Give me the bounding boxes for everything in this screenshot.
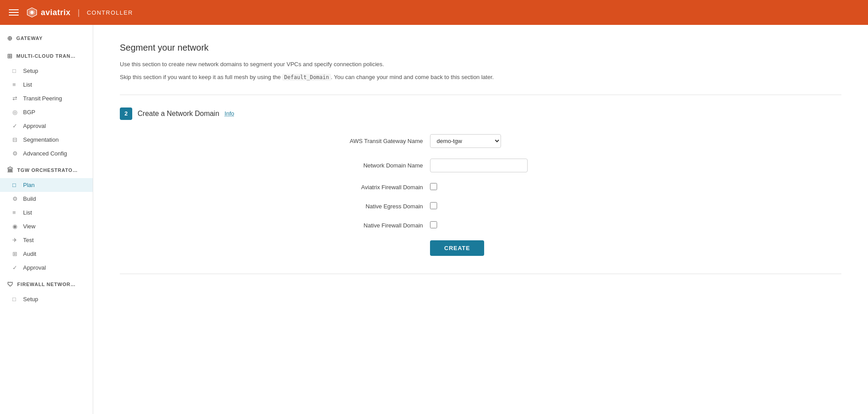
aws-tgw-row: AWS Transit Gateway Name demo-tgw	[325, 134, 636, 148]
sidebar-section-firewall: 🛡 Firewall Networ… □ Setup	[0, 276, 93, 306]
description-2: Skip this section if you want to keep it…	[120, 73, 841, 82]
svg-point-0	[31, 11, 34, 14]
sidebar-item-view-label: View	[23, 223, 36, 230]
tgw-list-icon: ≡	[12, 209, 20, 216]
step-title: Create a Network Domain	[138, 110, 219, 118]
app-header: aviatrix | Controller	[0, 0, 868, 25]
step-header: 2 Create a Network Domain Info	[120, 107, 841, 120]
build-icon: ⚙	[12, 195, 20, 202]
plan-icon: □	[12, 182, 20, 188]
sidebar-item-view[interactable]: ◉ View	[0, 219, 93, 233]
sidebar: ⊕ Gateway ⊞ Multi-Cloud Tran… □ Setup ≡ …	[0, 25, 93, 414]
description-2-prefix: Skip this section if you want to keep it…	[120, 74, 282, 80]
sidebar-section-gateway-header[interactable]: ⊕ Gateway	[0, 30, 93, 46]
approval-icon: ✓	[12, 123, 20, 129]
native-egress-row: Native Egress Domain	[325, 202, 636, 211]
test-icon: ✈	[12, 237, 20, 243]
native-firewall-row: Native Firewall Domain	[325, 221, 636, 230]
create-button[interactable]: CREATE	[430, 240, 484, 256]
sidebar-item-setup-label: Setup	[23, 68, 38, 74]
sidebar-item-approval-label: Approval	[23, 123, 46, 129]
gateway-icon: ⊕	[7, 35, 13, 42]
sidebar-item-fw-setup[interactable]: □ Setup	[0, 292, 93, 306]
sidebar-item-tgw-list[interactable]: ≡ List	[0, 206, 93, 219]
description-2-suffix: . You can change your mind and come back…	[331, 74, 494, 80]
audit-icon: ⊞	[12, 251, 20, 257]
native-firewall-checkbox[interactable]	[430, 221, 437, 228]
aviatrix-firewall-row: Aviatrix Firewall Domain	[325, 183, 636, 191]
multicloud-label: Multi-Cloud Tran…	[16, 53, 76, 59]
tgw-approval-icon: ✓	[12, 264, 20, 271]
sidebar-item-bgp[interactable]: ◎ BGP	[0, 105, 93, 119]
multicloud-icon: ⊞	[7, 52, 13, 60]
sidebar-section-firewall-header[interactable]: 🛡 Firewall Networ…	[0, 276, 93, 292]
sidebar-item-build-label: Build	[23, 195, 36, 202]
aws-tgw-control: demo-tgw	[430, 134, 636, 148]
network-domain-control	[430, 159, 636, 172]
sidebar-item-segmentation-label: Segmentation	[23, 136, 59, 143]
sidebar-item-audit[interactable]: ⊞ Audit	[0, 247, 93, 261]
network-domain-label: Network Domain Name	[325, 162, 423, 169]
advanced-config-icon: ⚙	[12, 150, 20, 157]
sidebar-item-test-label: Test	[23, 237, 34, 243]
header-divider: |	[78, 8, 80, 17]
fw-setup-icon: □	[12, 296, 20, 303]
gateway-label: Gateway	[16, 36, 43, 41]
sidebar-section-multicloud: ⊞ Multi-Cloud Tran… □ Setup ≡ List ⇄ Tra…	[0, 48, 93, 160]
aviatrix-firewall-label: Aviatrix Firewall Domain	[325, 184, 423, 191]
main-content: Segment your network Use this section to…	[93, 25, 868, 414]
sidebar-item-list[interactable]: ≡ List	[0, 78, 93, 92]
tgw-icon: 🏛	[7, 167, 14, 174]
logo-text: aviatrix	[41, 8, 71, 17]
sidebar-item-approval[interactable]: ✓ Approval	[0, 119, 93, 133]
view-icon: ◉	[12, 223, 20, 230]
sidebar-item-segmentation[interactable]: ⊟ Segmentation	[0, 133, 93, 147]
description-1: Use this section to create new network d…	[120, 60, 841, 69]
sidebar-item-plan[interactable]: □ Plan	[0, 178, 93, 192]
logo: aviatrix	[26, 6, 71, 19]
sidebar-section-tgw: 🏛 TGW Orchestrato… □ Plan ⚙ Build ≡ List…	[0, 162, 93, 275]
sidebar-item-list-label: List	[23, 81, 32, 88]
native-egress-checkbox[interactable]	[430, 202, 437, 209]
sidebar-section-tgw-header[interactable]: 🏛 TGW Orchestrato…	[0, 162, 93, 178]
sidebar-item-bgp-label: BGP	[23, 109, 35, 115]
sidebar-item-tgw-list-label: List	[23, 209, 32, 216]
sidebar-item-tgw-approval-label: Approval	[23, 264, 46, 271]
list-icon: ≡	[12, 81, 20, 88]
form-section: AWS Transit Gateway Name demo-tgw Networ…	[325, 134, 636, 256]
sidebar-item-fw-setup-label: Setup	[23, 296, 38, 303]
segmentation-icon: ⊟	[12, 136, 20, 143]
sidebar-item-advanced-config[interactable]: ⚙ Advanced Config	[0, 147, 93, 160]
tgw-label: TGW Orchestrato…	[17, 167, 78, 173]
native-egress-control	[430, 202, 636, 211]
bgp-icon: ◎	[12, 109, 20, 115]
menu-icon[interactable]	[7, 8, 20, 17]
native-firewall-control	[430, 221, 636, 230]
sidebar-section-multicloud-header[interactable]: ⊞ Multi-Cloud Tran…	[0, 48, 93, 64]
aviatrix-firewall-control	[430, 183, 636, 191]
create-button-row: CREATE	[325, 240, 636, 256]
firewall-label: Firewall Networ…	[17, 282, 76, 287]
sidebar-item-transit-peering[interactable]: ⇄ Transit Peering	[0, 92, 93, 105]
setup-icon: □	[12, 68, 20, 74]
network-domain-input[interactable]	[430, 159, 528, 172]
sidebar-item-advanced-config-label: Advanced Config	[23, 150, 67, 157]
sidebar-item-audit-label: Audit	[23, 251, 36, 257]
aviatrix-firewall-checkbox[interactable]	[430, 183, 437, 190]
sidebar-item-setup[interactable]: □ Setup	[0, 64, 93, 78]
default-domain-code: Default_Domain	[282, 74, 331, 81]
native-firewall-label: Native Firewall Domain	[325, 222, 423, 229]
step-info-link[interactable]: Info	[225, 110, 234, 117]
step-badge: 2	[120, 107, 132, 120]
firewall-icon: 🛡	[7, 281, 14, 288]
section-divider	[120, 95, 841, 95]
aws-tgw-select[interactable]: demo-tgw	[430, 134, 501, 148]
transit-peering-icon: ⇄	[12, 95, 20, 102]
sidebar-item-transit-peering-label: Transit Peering	[23, 95, 62, 102]
sidebar-item-tgw-approval[interactable]: ✓ Approval	[0, 261, 93, 275]
sidebar-item-test[interactable]: ✈ Test	[0, 233, 93, 247]
sidebar-item-build[interactable]: ⚙ Build	[0, 192, 93, 206]
page-title: Segment your network	[120, 43, 841, 53]
native-egress-label: Native Egress Domain	[325, 203, 423, 210]
aws-tgw-label: AWS Transit Gateway Name	[325, 138, 423, 144]
